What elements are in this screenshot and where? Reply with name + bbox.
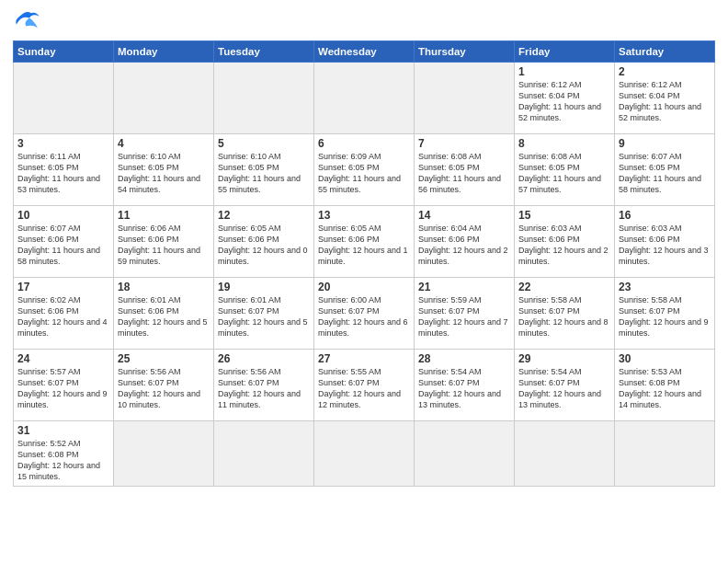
day-info: Sunrise: 5:52 AM Sunset: 6:08 PM Dayligh…	[17, 438, 109, 483]
day-info: Sunrise: 6:08 AM Sunset: 6:05 PM Dayligh…	[418, 151, 510, 196]
calendar-header: SundayMondayTuesdayWednesdayThursdayFrid…	[14, 41, 715, 63]
logo	[13, 9, 44, 35]
logo-bird-icon	[15, 9, 44, 35]
calendar-table: SundayMondayTuesdayWednesdayThursdayFrid…	[13, 40, 715, 487]
weekday-header-monday: Monday	[114, 41, 214, 63]
calendar-cell: 12Sunrise: 6:05 AM Sunset: 6:06 PM Dayli…	[214, 206, 314, 278]
day-number: 22	[518, 281, 610, 293]
day-number: 15	[518, 209, 610, 222]
calendar-cell: 31Sunrise: 5:52 AM Sunset: 6:08 PM Dayli…	[14, 421, 114, 487]
day-info: Sunrise: 6:04 AM Sunset: 6:06 PM Dayligh…	[418, 223, 510, 268]
calendar-cell	[314, 421, 415, 487]
day-number: 23	[619, 281, 711, 293]
day-info: Sunrise: 6:09 AM Sunset: 6:05 PM Dayligh…	[318, 151, 410, 196]
day-number: 17	[17, 281, 109, 293]
day-info: Sunrise: 6:12 AM Sunset: 6:04 PM Dayligh…	[518, 79, 610, 124]
calendar-cell: 15Sunrise: 6:03 AM Sunset: 6:06 PM Dayli…	[515, 206, 615, 278]
day-info: Sunrise: 6:05 AM Sunset: 6:06 PM Dayligh…	[218, 223, 310, 268]
calendar-cell: 23Sunrise: 5:58 AM Sunset: 6:07 PM Dayli…	[615, 278, 715, 350]
day-info: Sunrise: 5:54 AM Sunset: 6:07 PM Dayligh…	[418, 366, 510, 411]
calendar-cell: 14Sunrise: 6:04 AM Sunset: 6:06 PM Dayli…	[415, 206, 515, 278]
day-number: 20	[318, 281, 410, 293]
calendar-cell	[314, 63, 415, 134]
day-number: 10	[17, 209, 109, 222]
calendar-week-row: 10Sunrise: 6:07 AM Sunset: 6:06 PM Dayli…	[14, 206, 715, 278]
calendar-cell: 13Sunrise: 6:05 AM Sunset: 6:06 PM Dayli…	[314, 206, 415, 278]
day-number: 5	[218, 137, 310, 150]
calendar-cell: 21Sunrise: 5:59 AM Sunset: 6:07 PM Dayli…	[415, 278, 515, 350]
weekday-header-thursday: Thursday	[415, 41, 515, 63]
calendar-cell	[114, 421, 214, 487]
day-number: 29	[518, 352, 610, 365]
calendar-cell	[114, 63, 214, 134]
calendar-cell: 2Sunrise: 6:12 AM Sunset: 6:04 PM Daylig…	[615, 63, 715, 134]
calendar-cell	[615, 421, 715, 487]
calendar-week-row: 3Sunrise: 6:11 AM Sunset: 6:05 PM Daylig…	[14, 134, 715, 206]
calendar-cell: 22Sunrise: 5:58 AM Sunset: 6:07 PM Dayli…	[515, 278, 615, 350]
calendar-body: 1Sunrise: 6:12 AM Sunset: 6:04 PM Daylig…	[14, 63, 715, 487]
day-number: 4	[118, 137, 210, 150]
day-number: 8	[518, 137, 610, 150]
calendar-cell: 29Sunrise: 5:54 AM Sunset: 6:07 PM Dayli…	[515, 350, 615, 421]
calendar-week-row: 17Sunrise: 6:02 AM Sunset: 6:06 PM Dayli…	[14, 278, 715, 350]
weekday-header-row: SundayMondayTuesdayWednesdayThursdayFrid…	[14, 41, 715, 63]
page: SundayMondayTuesdayWednesdayThursdayFrid…	[0, 0, 728, 563]
calendar-cell	[415, 421, 515, 487]
header	[13, 9, 715, 35]
day-info: Sunrise: 5:57 AM Sunset: 6:07 PM Dayligh…	[17, 366, 109, 411]
calendar-cell: 25Sunrise: 5:56 AM Sunset: 6:07 PM Dayli…	[114, 350, 214, 421]
calendar-cell: 11Sunrise: 6:06 AM Sunset: 6:06 PM Dayli…	[114, 206, 214, 278]
calendar-cell: 27Sunrise: 5:55 AM Sunset: 6:07 PM Dayli…	[314, 350, 415, 421]
day-info: Sunrise: 5:53 AM Sunset: 6:08 PM Dayligh…	[619, 366, 711, 411]
day-info: Sunrise: 6:08 AM Sunset: 6:05 PM Dayligh…	[518, 151, 610, 196]
day-info: Sunrise: 5:58 AM Sunset: 6:07 PM Dayligh…	[619, 294, 711, 339]
day-info: Sunrise: 5:54 AM Sunset: 6:07 PM Dayligh…	[518, 366, 610, 411]
calendar-cell	[515, 421, 615, 487]
calendar-cell: 20Sunrise: 6:00 AM Sunset: 6:07 PM Dayli…	[314, 278, 415, 350]
day-number: 27	[318, 352, 410, 365]
day-info: Sunrise: 6:10 AM Sunset: 6:05 PM Dayligh…	[118, 151, 210, 196]
calendar-cell: 3Sunrise: 6:11 AM Sunset: 6:05 PM Daylig…	[14, 134, 114, 206]
weekday-header-tuesday: Tuesday	[214, 41, 314, 63]
day-number: 12	[218, 209, 310, 222]
weekday-header-wednesday: Wednesday	[314, 41, 415, 63]
day-info: Sunrise: 6:10 AM Sunset: 6:05 PM Dayligh…	[218, 151, 310, 196]
calendar-cell: 6Sunrise: 6:09 AM Sunset: 6:05 PM Daylig…	[314, 134, 415, 206]
day-number: 21	[418, 281, 510, 293]
day-info: Sunrise: 6:11 AM Sunset: 6:05 PM Dayligh…	[17, 151, 109, 196]
day-number: 3	[17, 137, 109, 150]
calendar-cell: 18Sunrise: 6:01 AM Sunset: 6:06 PM Dayli…	[114, 278, 214, 350]
calendar-cell: 24Sunrise: 5:57 AM Sunset: 6:07 PM Dayli…	[14, 350, 114, 421]
day-info: Sunrise: 6:01 AM Sunset: 6:06 PM Dayligh…	[118, 294, 210, 339]
day-number: 1	[518, 65, 610, 78]
calendar-cell: 10Sunrise: 6:07 AM Sunset: 6:06 PM Dayli…	[14, 206, 114, 278]
calendar-cell	[214, 63, 314, 134]
calendar-week-row: 1Sunrise: 6:12 AM Sunset: 6:04 PM Daylig…	[14, 63, 715, 134]
day-number: 26	[218, 352, 310, 365]
day-number: 24	[17, 352, 109, 365]
calendar-cell: 7Sunrise: 6:08 AM Sunset: 6:05 PM Daylig…	[415, 134, 515, 206]
calendar-cell: 19Sunrise: 6:01 AM Sunset: 6:07 PM Dayli…	[214, 278, 314, 350]
day-info: Sunrise: 6:03 AM Sunset: 6:06 PM Dayligh…	[619, 223, 711, 268]
day-number: 16	[619, 209, 711, 222]
day-info: Sunrise: 6:12 AM Sunset: 6:04 PM Dayligh…	[619, 79, 711, 124]
day-info: Sunrise: 6:06 AM Sunset: 6:06 PM Dayligh…	[118, 223, 210, 268]
day-info: Sunrise: 5:59 AM Sunset: 6:07 PM Dayligh…	[418, 294, 510, 339]
calendar-cell	[415, 63, 515, 134]
calendar-week-row: 24Sunrise: 5:57 AM Sunset: 6:07 PM Dayli…	[14, 350, 715, 421]
day-number: 11	[118, 209, 210, 222]
day-number: 7	[418, 137, 510, 150]
day-info: Sunrise: 6:05 AM Sunset: 6:06 PM Dayligh…	[318, 223, 410, 268]
day-number: 2	[619, 65, 711, 78]
logo-area	[13, 9, 44, 35]
day-info: Sunrise: 6:07 AM Sunset: 6:05 PM Dayligh…	[619, 151, 711, 196]
day-number: 14	[418, 209, 510, 222]
calendar-cell: 4Sunrise: 6:10 AM Sunset: 6:05 PM Daylig…	[114, 134, 214, 206]
day-info: Sunrise: 6:03 AM Sunset: 6:06 PM Dayligh…	[518, 223, 610, 268]
day-number: 6	[318, 137, 410, 150]
day-number: 13	[318, 209, 410, 222]
calendar-cell: 5Sunrise: 6:10 AM Sunset: 6:05 PM Daylig…	[214, 134, 314, 206]
calendar-cell: 26Sunrise: 5:56 AM Sunset: 6:07 PM Dayli…	[214, 350, 314, 421]
calendar-cell: 28Sunrise: 5:54 AM Sunset: 6:07 PM Dayli…	[415, 350, 515, 421]
day-number: 9	[619, 137, 711, 150]
